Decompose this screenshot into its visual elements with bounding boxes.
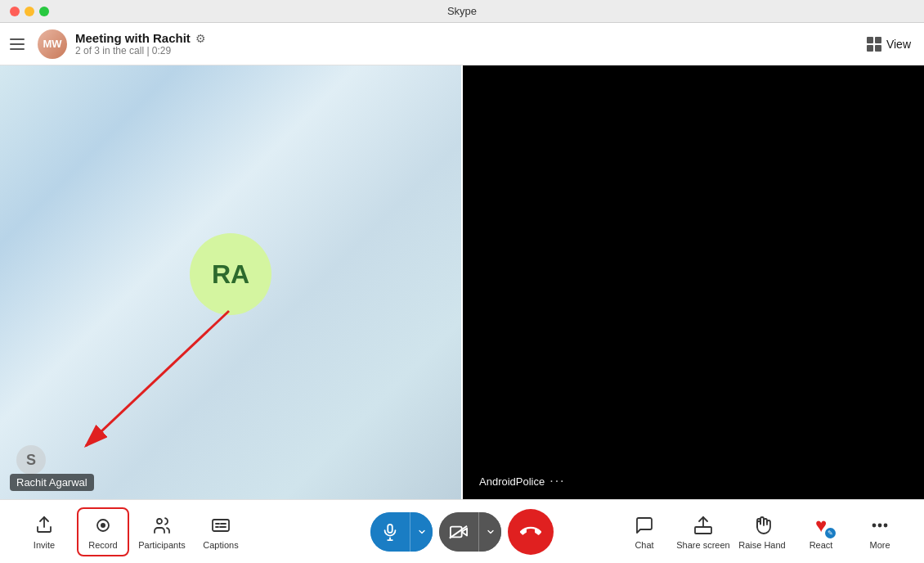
avatar: MW — [38, 29, 67, 59]
view-button[interactable]: View — [867, 37, 911, 52]
invite-icon — [33, 514, 56, 537]
raise-hand-label: Raise Hand — [738, 540, 785, 550]
cam-chevron-button[interactable] — [478, 512, 501, 552]
more-icon — [868, 514, 891, 537]
participants-button[interactable]: Participants — [134, 504, 190, 560]
toolbar: Invite Record — [0, 499, 924, 563]
video-background-dark: AndroidPolice ··· — [463, 65, 924, 499]
chat-label: Chat — [635, 540, 653, 550]
cam-icon-wrapper — [450, 523, 468, 541]
maximize-button[interactable] — [39, 7, 49, 16]
hamburger-menu[interactable] — [10, 34, 29, 54]
react-button[interactable]: ♥ ✎ React — [793, 504, 849, 560]
mic-chevron-button[interactable] — [410, 512, 433, 552]
mic-button-group — [370, 512, 433, 552]
svg-point-18 — [873, 524, 876, 526]
more-button[interactable]: More — [852, 504, 908, 560]
end-call-icon — [520, 521, 541, 543]
cam-button[interactable] — [439, 512, 478, 552]
participant-name-label: Rachit Agarwal — [10, 474, 94, 491]
captions-label: Captions — [203, 540, 238, 550]
video-background-light: RA S Rachit Agarwal — [0, 65, 461, 499]
video-area: RA S Rachit Agarwal AndroidPolice ··· — [0, 65, 924, 499]
svg-rect-17 — [695, 527, 711, 534]
mic-button[interactable] — [370, 512, 410, 552]
participant-menu-dots[interactable]: ··· — [549, 474, 565, 489]
toolbar-center — [370, 509, 554, 555]
mic-icon — [381, 523, 399, 541]
participants-label: Participants — [138, 540, 185, 550]
participant-name-label-right: AndroidPolice ··· — [473, 471, 572, 491]
captions-button[interactable]: Captions — [193, 504, 249, 560]
cam-button-group — [439, 512, 501, 552]
participant-avatar: RA — [190, 233, 271, 315]
invite-label: Invite — [34, 540, 55, 550]
svg-rect-11 — [388, 524, 392, 532]
end-call-button[interactable] — [508, 509, 554, 555]
traffic-lights — [10, 7, 49, 16]
svg-rect-6 — [213, 520, 229, 531]
svg-point-4 — [101, 523, 105, 528]
record-icon — [92, 514, 114, 537]
mic-chevron-icon — [417, 527, 427, 537]
raise-hand-button[interactable]: Raise Hand — [734, 504, 790, 560]
react-label: React — [810, 540, 833, 550]
captions-icon — [209, 514, 232, 537]
react-icon: ♥ ✎ — [810, 514, 832, 537]
svg-point-19 — [879, 524, 881, 526]
meeting-title: Meeting with Rachit — [75, 31, 191, 45]
toolbar-left: Invite Record — [16, 504, 249, 560]
video-tile-right: AndroidPolice ··· — [463, 65, 924, 499]
top-bar: MW Meeting with Rachit ⚙ 2 of 3 in the c… — [0, 23, 924, 65]
toolbar-right: Chat Share screen — [617, 504, 908, 560]
chat-button[interactable]: Chat — [617, 504, 672, 560]
minimize-button[interactable] — [25, 7, 34, 16]
skype-watermark: S — [16, 445, 46, 475]
meeting-title-row: Meeting with Rachit ⚙ — [75, 31, 206, 45]
more-label: More — [869, 540, 890, 550]
title-bar: Skype — [0, 0, 924, 23]
record-button[interactable]: Record — [75, 504, 131, 560]
cam-chevron-icon — [486, 527, 496, 537]
close-button[interactable] — [10, 7, 20, 16]
share-screen-icon — [692, 514, 715, 537]
raise-hand-icon — [751, 514, 774, 537]
share-screen-label: Share screen — [676, 540, 729, 550]
settings-icon[interactable]: ⚙ — [195, 32, 206, 45]
svg-point-20 — [885, 524, 887, 526]
svg-point-5 — [157, 519, 162, 524]
meeting-subtitle: 2 of 3 in the call | 0:29 — [75, 45, 206, 56]
record-button-wrapper: Record — [75, 504, 131, 560]
view-icon — [867, 37, 881, 52]
meeting-info: Meeting with Rachit ⚙ 2 of 3 in the call… — [75, 31, 206, 56]
app-title: Skype — [447, 5, 477, 17]
participants-icon — [150, 514, 173, 537]
invite-button[interactable]: Invite — [16, 504, 72, 560]
react-edit-badge: ✎ — [825, 528, 836, 538]
view-label: View — [886, 38, 911, 51]
chat-icon — [633, 514, 656, 537]
share-screen-button[interactable]: Share screen — [675, 504, 731, 560]
record-label: Record — [88, 540, 117, 550]
video-tile-left: RA S Rachit Agarwal — [0, 65, 463, 499]
